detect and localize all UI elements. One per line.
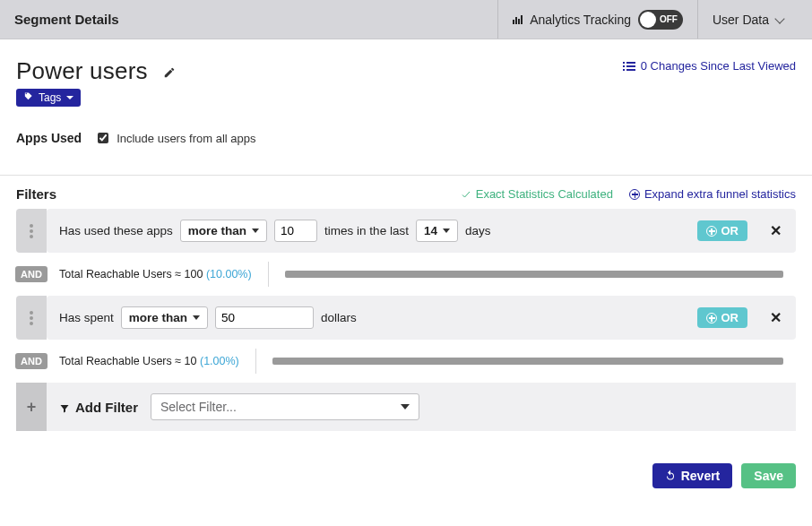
analytics-label: Analytics Tracking [530, 13, 631, 27]
chart-icon [513, 15, 523, 24]
caret-down-icon [401, 404, 410, 410]
include-all-apps[interactable]: Include users from all apps [94, 130, 255, 146]
filter-row: Has used these apps more than times in t… [47, 209, 796, 253]
caret-down-icon [252, 229, 259, 233]
plus-circle-icon [629, 189, 640, 200]
reach-bar [272, 358, 783, 365]
filter-prefix: Has spent [59, 311, 114, 324]
add-filter-plus[interactable]: + [16, 383, 47, 431]
filter-icon [59, 401, 70, 412]
expand-funnel-link[interactable]: Expand extra funnel statistics [629, 187, 796, 201]
userdata-label: User Data [713, 13, 769, 27]
drag-handle[interactable] [16, 296, 47, 340]
remove-filter-button[interactable]: ✕ [767, 222, 783, 239]
days-select[interactable]: 14 [416, 220, 458, 242]
tag-icon [23, 91, 33, 104]
and-chip: AND [15, 353, 48, 369]
exact-stats-text: Exact Statistics Calculated [476, 187, 613, 201]
reach-pct: (10.00%) [206, 268, 252, 280]
drag-icon [30, 224, 33, 238]
check-icon [461, 189, 471, 200]
revert-button[interactable]: Revert [652, 463, 733, 488]
segment-name: Power users [16, 57, 148, 84]
exact-stats-status: Exact Statistics Calculated [461, 187, 613, 201]
plus-circle-icon [706, 313, 717, 323]
reach-bar [285, 271, 783, 278]
changes-link[interactable]: 0 Changes Since Last Viewed [626, 52, 796, 73]
tags-button[interactable]: Tags [16, 89, 81, 107]
times-input[interactable] [274, 220, 317, 242]
pencil-icon [163, 66, 176, 79]
remove-filter-button[interactable]: ✕ [767, 309, 783, 326]
save-button[interactable]: Save [741, 463, 796, 488]
reach-text: Total Reachable Users ≈ 10 (1.00%) [59, 355, 239, 367]
drag-icon [30, 311, 33, 325]
analytics-section: Analytics Tracking OFF [497, 0, 697, 39]
add-or-button[interactable]: OR [697, 307, 748, 328]
comparator-select[interactable]: more than [121, 306, 208, 329]
include-all-apps-checkbox[interactable] [98, 133, 108, 143]
add-filter-label: Add Filter [59, 400, 138, 415]
page-subtitle: Segment Details [14, 12, 119, 27]
comparator-value: more than [188, 224, 246, 237]
or-label: OR [721, 224, 739, 237]
caret-down-icon [443, 229, 450, 233]
save-label: Save [754, 469, 783, 483]
and-chip: AND [15, 266, 48, 282]
reach-pct: (1.00%) [200, 355, 239, 367]
include-all-apps-label: Include users from all apps [117, 132, 255, 145]
filter-suffix: days [465, 224, 491, 237]
filter-suffix: dollars [321, 311, 357, 324]
amount-input[interactable] [215, 306, 314, 329]
caret-down-icon [66, 96, 73, 99]
apps-used-label: Apps Used [16, 131, 82, 145]
filter-mid: times in the last [324, 224, 409, 237]
edit-name-button[interactable] [163, 57, 176, 70]
or-label: OR [721, 311, 739, 324]
drag-handle[interactable] [16, 209, 47, 253]
select-filter-dropdown[interactable]: Select Filter... [151, 393, 419, 420]
changes-text: 0 Changes Since Last Viewed [641, 59, 796, 73]
expand-funnel-text: Expand extra funnel statistics [644, 187, 796, 201]
comparator-value: more than [129, 311, 187, 324]
list-icon [626, 62, 635, 71]
caret-down-icon [193, 315, 200, 320]
reach-text: Total Reachable Users ≈ 100 (10.00%) [59, 268, 252, 280]
analytics-toggle[interactable]: OFF [638, 10, 683, 30]
select-filter-placeholder: Select Filter... [160, 400, 237, 414]
add-or-button[interactable]: OR [697, 220, 748, 241]
tags-label: Tags [39, 91, 61, 104]
plus-circle-icon [706, 226, 717, 237]
toggle-state: OFF [660, 14, 678, 24]
comparator-select[interactable]: more than [180, 220, 267, 242]
days-value: 14 [424, 224, 437, 237]
revert-label: Revert [681, 469, 721, 483]
topbar: Segment Details Analytics Tracking OFF U… [0, 0, 812, 39]
userdata-menu[interactable]: User Data [697, 0, 798, 39]
chevron-down-icon [774, 13, 784, 23]
revert-icon [665, 469, 676, 483]
filter-prefix: Has used these apps [59, 224, 173, 237]
filter-row: Has spent more than dollars OR ✕ [47, 296, 796, 340]
filters-title: Filters [16, 186, 56, 202]
